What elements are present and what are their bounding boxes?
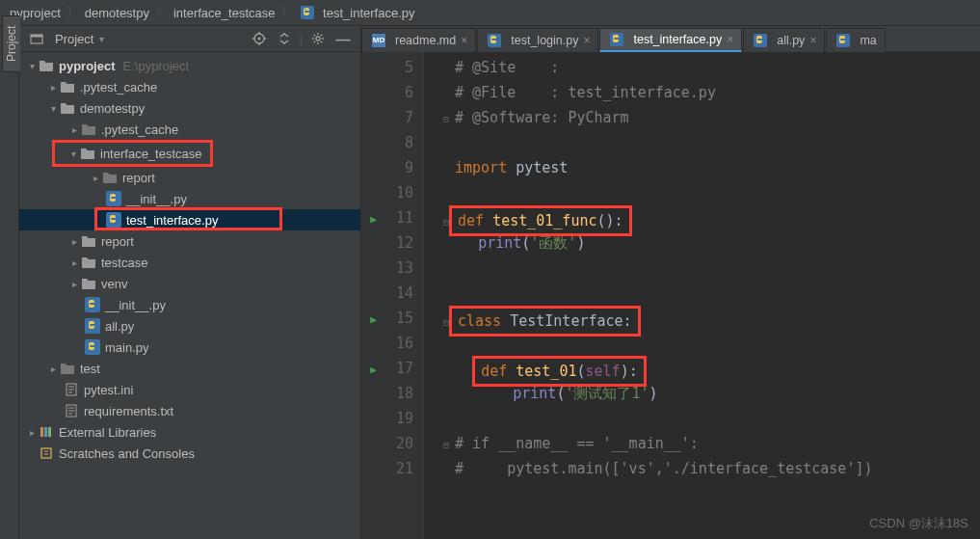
run-gutter-icon[interactable]: ▶: [370, 358, 377, 383]
code-editor[interactable]: 5678910▶11121314▶1516▶1718192021 # @Site…: [361, 52, 980, 539]
gutter-line[interactable]: ▶11: [361, 205, 413, 230]
fold-icon[interactable]: ⊟: [443, 107, 453, 132]
tree-node[interactable]: ▸ .pytest_cache: [19, 76, 360, 97]
gutter-line[interactable]: 19: [361, 406, 413, 431]
close-icon[interactable]: ×: [583, 34, 590, 47]
svg-point-5: [316, 37, 320, 40]
close-icon[interactable]: ×: [461, 34, 467, 47]
code-content[interactable]: # @Site :# @File : test_interface.py⊟# @…: [424, 52, 980, 539]
code-line[interactable]: # @File : test_interface.py: [443, 80, 980, 105]
chevron-right-icon[interactable]: ▸: [27, 427, 37, 438]
tree-node[interactable]: ▸ venv: [19, 273, 360, 294]
gutter-line[interactable]: 18: [361, 381, 413, 406]
code-line[interactable]: ⊟# if __name__ == '__main__':: [443, 431, 980, 456]
tree-node[interactable]: main.py: [19, 337, 360, 358]
chevron-right-icon[interactable]: ▸: [69, 236, 79, 247]
watermark: CSDN @沫沫18S: [869, 511, 968, 536]
tree-node[interactable]: pytest.ini: [19, 379, 360, 400]
code-line[interactable]: [443, 180, 980, 205]
chevron-down-icon[interactable]: ▾: [48, 103, 58, 114]
close-icon[interactable]: ×: [727, 33, 733, 46]
code-line[interactable]: # @Site :: [443, 55, 980, 80]
chevron-down-icon[interactable]: ▾: [99, 34, 104, 44]
close-icon[interactable]: ×: [809, 34, 816, 47]
code-line[interactable]: print('测试知了1'): [443, 381, 980, 406]
crumb-1[interactable]: demotestpy: [85, 6, 149, 20]
code-line[interactable]: def test_01(self):: [443, 356, 980, 381]
code-line[interactable]: [443, 130, 980, 155]
gutter-line[interactable]: 20: [361, 431, 413, 456]
tree-node[interactable]: __init__.py: [19, 188, 360, 209]
run-gutter-icon[interactable]: ▶: [370, 207, 377, 232]
chevron-right-icon[interactable]: ▸: [69, 124, 79, 135]
code-line[interactable]: ⊟# @Software: PyCharm: [443, 105, 980, 130]
gutter-line[interactable]: 21: [361, 456, 413, 481]
gutter-line[interactable]: 9: [361, 155, 413, 180]
svg-rect-2: [31, 35, 42, 38]
code-line[interactable]: print('函数'): [443, 230, 980, 256]
gutter-line[interactable]: 6: [361, 80, 413, 105]
tree-node[interactable]: ▸ testcase: [19, 252, 360, 273]
fold-icon[interactable]: ⊟: [443, 433, 453, 458]
code-line[interactable]: # pytest.main(['vs','./interface_testcas…: [443, 456, 980, 481]
chevron-right-icon[interactable]: ▸: [69, 279, 79, 289]
gear-icon[interactable]: [308, 29, 328, 48]
panel-title[interactable]: Project: [55, 32, 93, 46]
tree-node[interactable]: ▸ test: [19, 358, 360, 379]
code-line[interactable]: import pytest: [443, 155, 980, 180]
editor-area: MD readme.md × test_login.py × test_inte…: [361, 26, 980, 539]
chevron-down-icon[interactable]: ▾: [27, 61, 37, 71]
gutter-line[interactable]: 12: [361, 230, 413, 256]
tool-window-stripe: Project: [0, 26, 19, 539]
tree-node[interactable]: all.py: [19, 315, 360, 337]
tree-node[interactable]: ▸ report: [19, 167, 360, 188]
gutter-line[interactable]: ▶17: [361, 356, 413, 381]
tree-node[interactable]: ▾ demotestpy: [19, 97, 360, 119]
run-gutter-icon[interactable]: ▶: [370, 308, 377, 333]
tree-node-interface-testcase[interactable]: ▾ interface_testcase: [55, 143, 202, 164]
code-line[interactable]: [443, 256, 980, 281]
code-line[interactable]: [443, 406, 980, 431]
tree-node[interactable]: __init__.py: [19, 294, 360, 315]
gutter-line[interactable]: 10: [361, 180, 413, 205]
tree-node-scratches[interactable]: Scratches and Consoles: [19, 443, 360, 464]
gutter-line[interactable]: 14: [361, 281, 413, 306]
tree-node-root[interactable]: ▾ pyproject E:\pyproject: [19, 55, 360, 76]
gutter-line[interactable]: 16: [361, 331, 413, 356]
locate-icon[interactable]: [250, 29, 269, 48]
gutter-line[interactable]: ▶15: [361, 306, 413, 331]
gutter-line[interactable]: 13: [361, 256, 413, 281]
crumb-3[interactable]: test_interface.py: [299, 6, 414, 20]
expand-all-icon[interactable]: [275, 29, 294, 48]
tab-partial[interactable]: ma: [826, 28, 885, 52]
tab-all[interactable]: all.py ×: [743, 28, 825, 52]
gutter[interactable]: 5678910▶11121314▶1516▶1718192021: [361, 52, 424, 539]
breadcrumb: pyproject 〉 demotestpy 〉 interface_testc…: [0, 0, 980, 26]
chevron-right-icon[interactable]: ▸: [69, 257, 79, 268]
tree-node[interactable]: ▸ report: [19, 230, 360, 252]
gutter-line[interactable]: 8: [361, 130, 413, 155]
tree-node[interactable]: ▸ .pytest_cache: [19, 119, 360, 140]
svg-rect-10: [48, 427, 51, 437]
tree-node-test-interface[interactable]: test_interface.py: [19, 209, 360, 230]
chevron-down-icon[interactable]: ▾: [68, 148, 78, 159]
tab-readme[interactable]: MD readme.md ×: [361, 28, 476, 52]
tab-test-interface[interactable]: test_interface.py ×: [599, 28, 742, 52]
tab-test-login[interactable]: test_login.py ×: [477, 28, 598, 52]
crumb-2[interactable]: interface_testcase: [173, 6, 276, 20]
code-line[interactable]: ⊟class TestInterface:: [443, 306, 980, 331]
chevron-right-icon[interactable]: ▸: [91, 173, 100, 183]
python-file-icon: [85, 297, 100, 312]
chevron-right-icon[interactable]: ▸: [48, 82, 58, 93]
tree-node[interactable]: requirements.txt: [19, 400, 360, 421]
gutter-line[interactable]: 7: [361, 105, 413, 130]
code-line[interactable]: [443, 281, 980, 306]
python-file-icon: [610, 33, 623, 46]
gutter-line[interactable]: 5: [361, 55, 413, 80]
project-tree[interactable]: ▾ pyproject E:\pyproject ▸ .pytest_cache…: [19, 52, 360, 539]
project-tool-tab[interactable]: Project: [2, 15, 20, 72]
code-line[interactable]: ⊟def test_01_func():: [443, 205, 980, 230]
hide-icon[interactable]: —: [333, 29, 353, 48]
tree-node-external-libraries[interactable]: ▸ External Libraries: [19, 421, 360, 443]
chevron-right-icon[interactable]: ▸: [48, 364, 58, 374]
